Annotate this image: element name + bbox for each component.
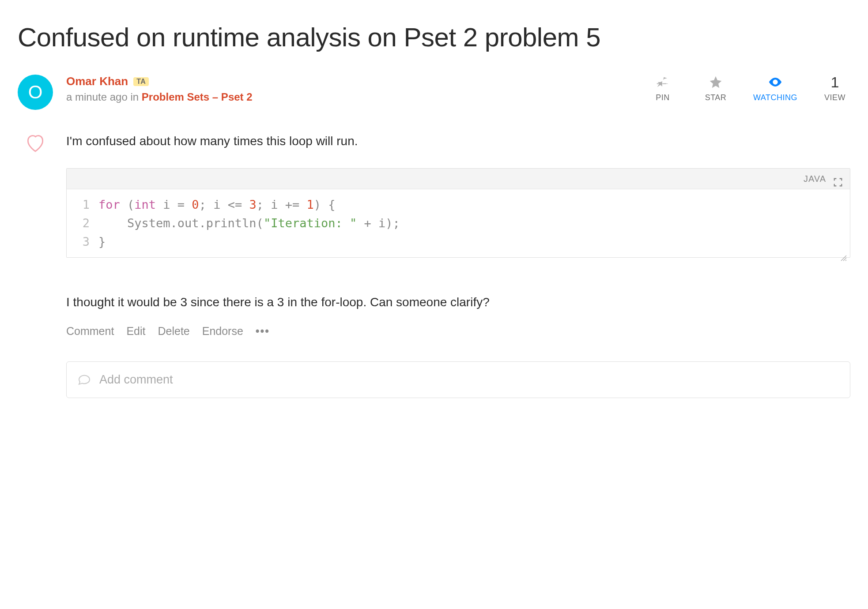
category-link[interactable]: Problem Sets – Pset 2 xyxy=(142,91,253,103)
star-icon xyxy=(708,75,723,90)
line-number: 2 xyxy=(67,214,98,233)
more-actions-icon[interactable]: ••• xyxy=(256,323,270,340)
post-body: I'm confused about how many times this l… xyxy=(66,132,850,398)
delete-action[interactable]: Delete xyxy=(158,323,189,340)
comment-placeholder: Add comment xyxy=(99,371,173,389)
watching-label: WATCHING xyxy=(753,93,797,102)
pin-icon xyxy=(655,75,670,90)
code-line: 2 System.out.println("Iteration: " + i); xyxy=(67,214,850,233)
in-word: in xyxy=(130,91,139,103)
line-content: System.out.println("Iteration: " + i); xyxy=(98,214,400,233)
view-counter: 1 VIEW xyxy=(819,75,850,102)
post-title: Confused on runtime analysis on Pset 2 p… xyxy=(18,22,850,53)
comment-icon xyxy=(77,372,91,387)
endorse-action[interactable]: Endorse xyxy=(202,323,243,340)
timestamp: a minute ago xyxy=(66,91,128,103)
star-button[interactable]: STAR xyxy=(700,75,731,102)
star-label: STAR xyxy=(705,93,727,102)
svg-point-0 xyxy=(774,81,777,83)
role-badge: TA xyxy=(133,77,149,86)
eye-icon xyxy=(768,75,783,90)
add-comment-input[interactable]: Add comment xyxy=(66,361,850,398)
view-count: 1 xyxy=(831,75,839,90)
meta-subline: a minute ago in Problem Sets – Pset 2 xyxy=(66,91,634,103)
expand-icon[interactable] xyxy=(833,174,843,184)
heart-icon[interactable] xyxy=(24,132,46,154)
view-label: VIEW xyxy=(824,93,845,102)
line-number: 1 xyxy=(67,195,98,214)
code-body: 1for (int i = 0; i <= 3; i += 1) {2 Syst… xyxy=(67,189,850,257)
like-column xyxy=(18,132,53,398)
post-container: Confused on runtime analysis on Pset 2 p… xyxy=(18,22,850,398)
line-content: } xyxy=(98,233,106,251)
line-content: for (int i = 0; i <= 3; i += 1) { xyxy=(98,195,336,214)
meta-row: O Omar Khan TA a minute ago in Problem S… xyxy=(18,75,850,110)
watching-button[interactable]: WATCHING xyxy=(753,75,797,102)
body-intro-text: I'm confused about how many times this l… xyxy=(66,132,850,150)
code-language-label: JAVA xyxy=(804,172,826,185)
author-avatar[interactable]: O xyxy=(18,75,53,110)
pin-button[interactable]: PIN xyxy=(647,75,678,102)
author-name[interactable]: Omar Khan xyxy=(66,75,128,88)
body-followup-text: I thought it would be 3 since there is a… xyxy=(66,293,850,312)
resize-handle-icon[interactable] xyxy=(840,248,848,256)
author-line: Omar Khan TA xyxy=(66,75,634,88)
pin-label: PIN xyxy=(656,93,670,102)
line-number: 3 xyxy=(67,233,98,251)
code-block: JAVA 1for (int i = 0; i <= 3; i += 1) {2… xyxy=(66,168,850,258)
meta-left: Omar Khan TA a minute ago in Problem Set… xyxy=(66,75,634,103)
code-header: JAVA xyxy=(67,169,850,189)
post-body-row: I'm confused about how many times this l… xyxy=(18,132,850,398)
edit-action[interactable]: Edit xyxy=(126,323,145,340)
comment-action[interactable]: Comment xyxy=(66,323,114,340)
post-footer-actions: Comment Edit Delete Endorse ••• xyxy=(66,323,850,340)
code-line: 3} xyxy=(67,233,850,251)
post-action-bar: PIN STAR WATCHING 1 VIEW xyxy=(647,75,850,102)
code-line: 1for (int i = 0; i <= 3; i += 1) { xyxy=(67,195,850,214)
